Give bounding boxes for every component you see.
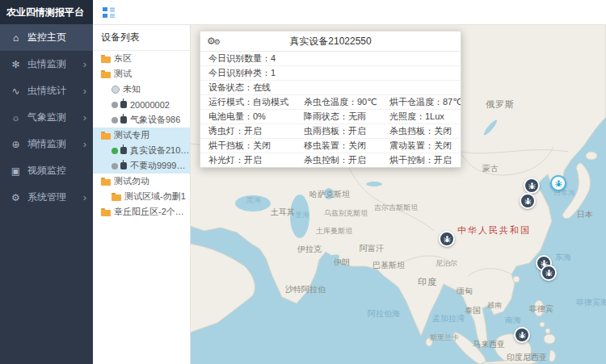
folder-icon xyxy=(112,195,121,201)
device-marker-blue[interactable] xyxy=(550,175,566,191)
device-icon xyxy=(120,116,127,123)
chevron-right-icon: › xyxy=(83,138,86,150)
settings-icon[interactable]: ⚙⚙ xyxy=(207,31,221,52)
popup-grid-cell: 补光灯：开启 xyxy=(208,153,304,167)
popup-title: 真实设备21022550 xyxy=(289,36,371,47)
sidebar-item-insect-monitor[interactable]: ✻虫情监测› xyxy=(0,51,93,77)
sidebar-item-label: 墒情监测 xyxy=(27,137,80,151)
popup-grid-row: 电池电量：0%降雨状态：无雨光照度：1Lux xyxy=(200,110,461,124)
tree-item[interactable]: 测试 xyxy=(93,66,190,82)
popup-grid-cell: 烘干控制：开启 xyxy=(389,153,461,167)
sidebar-item-video-monitor[interactable]: ▣视频监控 xyxy=(0,157,93,184)
tree-item[interactable]: 东区 xyxy=(93,51,190,66)
chevron-right-icon: › xyxy=(83,111,86,123)
popup-grid-cell: 杀虫仓温度：90℃ xyxy=(304,95,389,109)
folder-icon xyxy=(101,72,111,78)
island-sulawesi xyxy=(549,350,556,362)
popup-grid-cell: 光照度：1Lux xyxy=(389,110,461,123)
tree-item[interactable]: 气象设备986 xyxy=(93,112,190,128)
popup-grid-cell: 杀虫控制：开启 xyxy=(304,153,389,167)
chart-icon: ∿ xyxy=(10,86,22,97)
sidebar-item-home[interactable]: ⌂监控主页 xyxy=(0,24,93,51)
popup-grid-cell: 烘干挡板：关闭 xyxy=(208,139,304,153)
sidebar-item-label: 气象监测 xyxy=(27,111,80,124)
tree-item-label: 不要动99999999 xyxy=(130,160,190,172)
tree-item[interactable]: 20000002 xyxy=(93,97,190,112)
device-icon xyxy=(120,162,127,169)
sidebar-item-label: 虫情监测 xyxy=(27,57,80,71)
device-marker[interactable] xyxy=(524,178,540,194)
sidebar-item-label: 虫情统计 xyxy=(27,84,80,98)
device-info-popup: ⚙⚙ 真实设备21022550 今日识别数量：4今日识别种类：1设备状态：在线 … xyxy=(200,31,461,168)
popup-grid-cell: 降雨状态：无雨 xyxy=(304,110,389,123)
island-luzon xyxy=(534,300,544,316)
topbar xyxy=(93,0,606,25)
popup-grid-cell: 电池电量：0% xyxy=(208,110,304,123)
device-marker[interactable] xyxy=(541,265,557,281)
tree-item[interactable]: 真实设备21022550 xyxy=(93,143,190,158)
sidebar: 农业四情测报平台 ⌂监控主页✻虫情监测›∿虫情统计›☼气象监测›⊕墒情监测›▣视… xyxy=(0,0,93,364)
device-marker[interactable] xyxy=(514,327,530,343)
island-srilanka xyxy=(426,338,432,346)
tree-item[interactable]: 章丘阳丘区-2个摄像头 xyxy=(93,204,190,220)
tree-item-label: 20000002 xyxy=(130,100,170,110)
popup-header: ⚙⚙ 真实设备21022550 xyxy=(200,31,461,52)
folder-icon xyxy=(101,56,111,63)
folder-icon xyxy=(101,179,111,186)
tree-toggle-icon[interactable] xyxy=(103,7,115,18)
tree-item[interactable]: 测试勿动 xyxy=(93,174,190,189)
node-icon xyxy=(112,86,120,94)
popup-grid-row: 补光灯：开启杀虫控制：开启烘干控制：开启 xyxy=(200,153,461,167)
popup-summary-row: 设备状态：在线 xyxy=(200,81,461,95)
map-canvas[interactable]: 俄罗斯蒙古哈萨克斯坦土耳其黑海里海乌兹别克斯坦吉尔吉斯斯坦土库曼斯坦伊拉克伊朗阿… xyxy=(190,24,606,364)
popup-summary-row: 今日识别种类：1 xyxy=(200,66,461,81)
tree-item[interactable]: 未知 xyxy=(93,82,190,97)
app-title: 农业四情测报平台 xyxy=(0,0,93,24)
sidebar-item-label: 系统管理 xyxy=(27,190,80,204)
bug-icon: ✻ xyxy=(10,59,22,70)
tree-item-label: 测试 xyxy=(114,68,132,80)
popup-grid-cell: 诱虫灯：开启 xyxy=(208,124,304,138)
popup-grid-row: 运行模式：自动模式杀虫仓温度：90℃烘干仓温度：87℃ xyxy=(200,95,461,110)
tree-item[interactable]: 不要动99999999 xyxy=(93,158,190,174)
tree-item-label: 真实设备21022550 xyxy=(130,144,190,157)
popup-grid-cell: 移虫装置：关闭 xyxy=(304,139,389,153)
popup-grid-cell: 运行模式：自动模式 xyxy=(208,95,304,109)
device-list-panel: 设备列表 东区测试未知20000002气象设备986测试专用真实设备210225… xyxy=(93,24,191,364)
tree-item[interactable]: 测试区域-勿删1 xyxy=(93,189,190,204)
device-marker[interactable] xyxy=(520,193,536,209)
tree-item-label: 未知 xyxy=(123,83,141,95)
tree-item-label: 章丘阳丘区-2个摄像头 xyxy=(114,206,190,218)
black-sea xyxy=(235,195,271,211)
landmass-africa xyxy=(190,244,255,333)
sidebar-item-label: 视频监控 xyxy=(27,164,86,178)
caspian-sea xyxy=(290,195,309,238)
status-dot-gray xyxy=(112,163,118,169)
sidebar-item-system-admin[interactable]: ⚙系统管理› xyxy=(0,184,93,211)
app-window: 农业四情测报平台 ⌂监控主页✻虫情监测›∿虫情统计›☼气象监测›⊕墒情监测›▣视… xyxy=(0,0,606,364)
status-dot-green xyxy=(112,148,118,154)
video-icon: ▣ xyxy=(10,165,22,177)
sidebar-item-weather-monitor[interactable]: ☼气象监测› xyxy=(0,104,93,131)
sidebar-item-label: 监控主页 xyxy=(27,31,86,44)
aral-sea xyxy=(324,188,334,199)
sidebar-item-insect-stats[interactable]: ∿虫情统计› xyxy=(0,77,93,104)
popup-grid-cell: 杀虫挡板：关闭 xyxy=(389,124,461,138)
folder-icon xyxy=(101,133,111,140)
popup-grid-cell: 烘干仓温度：87℃ xyxy=(389,95,461,109)
tree-item-label: 测试勿动 xyxy=(114,175,149,187)
popup-status-grid: 运行模式：自动模式杀虫仓温度：90℃烘干仓温度：87℃电池电量：0%降雨状态：无… xyxy=(200,95,461,167)
weather-icon: ☼ xyxy=(10,112,22,123)
device-marker[interactable] xyxy=(439,231,455,247)
home-icon: ⌂ xyxy=(10,32,22,44)
popup-grid-row: 诱虫灯：开启虫雨挡板：开启杀虫挡板：关闭 xyxy=(200,124,461,139)
island-hainan xyxy=(513,276,520,282)
status-dot-gray xyxy=(112,117,118,123)
device-icon xyxy=(120,101,127,108)
tree-item-label: 东区 xyxy=(114,52,132,65)
tree-item-label: 气象设备986 xyxy=(130,114,180,126)
sidebar-item-soil-monitor[interactable]: ⊕墒情监测› xyxy=(0,131,93,157)
gear-icon: ⚙ xyxy=(10,192,22,203)
lake-balkhash xyxy=(366,182,382,186)
tree-item[interactable]: 测试专用 xyxy=(93,128,190,143)
